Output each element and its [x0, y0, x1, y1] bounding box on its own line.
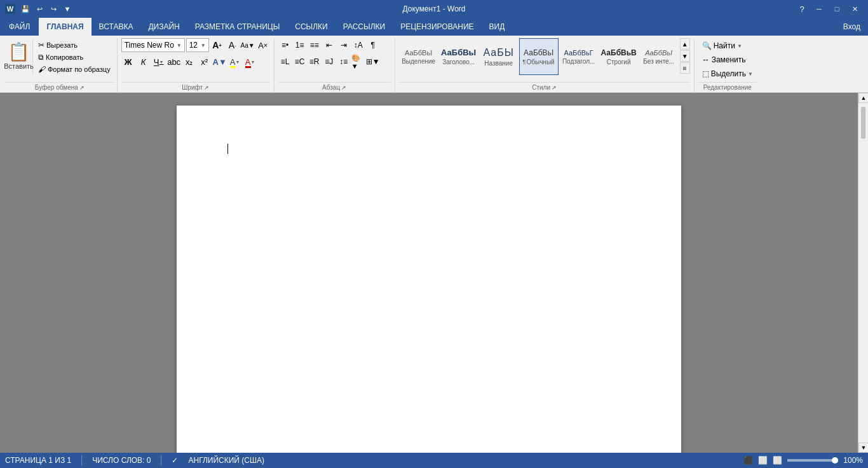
editing-content: 🔍 Найти ▼ ↔ Заменить ⬚ Выделить ▼ [698, 38, 757, 82]
replace-button[interactable]: ↔ Заменить [698, 53, 757, 66]
underline-dropdown-arrow: ▼ [159, 60, 164, 64]
justify-button[interactable]: ≡J [322, 55, 336, 69]
styles-more[interactable]: ≡ [680, 62, 690, 74]
show-marks-button[interactable]: ¶ [366, 38, 380, 52]
scroll-down-button[interactable]: ▼ [858, 443, 868, 453]
help-button[interactable]: ? [794, 1, 810, 17]
paragraph-group: ≡• 1≡ ≡≡ ⇤ ⇥ ↕A ¶ ≡L ≡C ≡R ≡J ↕≡ 🎨▼ ⊞▼ А… [275, 38, 395, 92]
style-item-6[interactable]: АаБбВьI Без инте... [639, 38, 679, 75]
doc-scroll-container [0, 93, 858, 453]
tab-page-layout[interactable]: РАЗМЕТКА СТРАНИЦЫ [187, 18, 288, 36]
clear-format-button[interactable]: A× [256, 38, 270, 52]
style-item-2[interactable]: АаБЫ Название [479, 38, 519, 75]
clipboard-right: ✂ Вырезать ⧉ Копировать 🖌 Формат по обра… [34, 38, 114, 76]
style-label-0: Выделение [402, 58, 435, 65]
zoom-slider[interactable] [787, 459, 838, 462]
increase-font-button[interactable]: A+ [210, 38, 224, 52]
paste-button[interactable]: 📋 Вставить [5, 38, 33, 75]
style-item-3[interactable]: АаБбВьI ¶ Обычный [519, 38, 559, 75]
zoom-thumb[interactable] [832, 457, 838, 464]
borders-button[interactable]: ⊞▼ [366, 55, 380, 69]
style-preview-0: АаБбВьI [405, 49, 432, 57]
minimize-button[interactable]: ─ [811, 3, 827, 15]
copy-icon: ⧉ [38, 53, 44, 62]
undo-quick-btn[interactable]: ↩ [33, 3, 46, 15]
italic-button[interactable]: К [137, 55, 151, 69]
format-painter-icon: 🖌 [38, 65, 46, 74]
find-dropdown-arrow: ▼ [737, 43, 742, 49]
decrease-indent-button[interactable]: ⇤ [322, 38, 336, 52]
font-group: Times New Ro ▼ 12 ▼ A+ A- Aa▼ A× Ж К Ч ▼ [118, 38, 275, 92]
numbering-button[interactable]: 1≡ [293, 38, 307, 52]
styles-expand[interactable]: ↗ [552, 85, 557, 91]
format-painter-button[interactable]: 🖌 Формат по образцу [36, 64, 113, 75]
view-web-icon[interactable]: ⬜ [773, 456, 782, 465]
align-center-button[interactable]: ≡C [293, 55, 307, 69]
tab-home[interactable]: ГЛАВНАЯ [39, 18, 91, 36]
scroll-thumb[interactable] [861, 107, 865, 139]
scroll-track[interactable] [858, 103, 868, 443]
clipboard-content: 📋 Вставить ✂ Вырезать ⧉ Копировать 🖌 Фор… [5, 38, 114, 82]
status-sep-2 [161, 455, 161, 465]
save-quick-btn[interactable]: 💾 [19, 3, 32, 15]
style-item-5[interactable]: АаБбВьВ Строгий [599, 38, 639, 75]
shading-button[interactable]: 🎨▼ [351, 55, 365, 69]
tab-references[interactable]: ССЫЛКИ [287, 18, 335, 36]
increase-indent-button[interactable]: ⇥ [337, 38, 351, 52]
bold-button[interactable]: Ж [121, 55, 135, 69]
font-size-input[interactable]: 12 ▼ [186, 38, 209, 52]
style-label-6: Без инте... [643, 58, 674, 65]
styles-scroll-down[interactable]: ▼ [680, 50, 690, 62]
document-area[interactable] [0, 93, 858, 453]
highlight-button[interactable]: A ▼ [228, 55, 242, 69]
find-button[interactable]: 🔍 Найти ▼ [698, 39, 757, 52]
strikethrough-button[interactable]: abc [167, 55, 181, 69]
subscript-button[interactable]: x₂ [182, 55, 196, 69]
font-color-button[interactable]: A ▼ [243, 55, 257, 69]
styles-scroll-up[interactable]: ▲ [680, 38, 690, 50]
style-item-1[interactable]: АаБбВьI Заголово... [439, 38, 478, 75]
style-item-0[interactable]: АаБбВьI Выделение [399, 38, 438, 75]
superscript-button[interactable]: x² [198, 55, 212, 69]
copy-button[interactable]: ⧉ Копировать [36, 52, 113, 63]
multilevel-button[interactable]: ≡≡ [308, 38, 322, 52]
vertical-scrollbar[interactable]: ▲ ▼ [858, 93, 868, 453]
font-expand[interactable]: ↗ [204, 85, 209, 91]
tab-file[interactable]: ФАЙЛ [0, 18, 39, 36]
select-button[interactable]: ⬚ Выделить ▼ [698, 67, 757, 80]
style-item-4[interactable]: АаБбВьГ Подзагол... [559, 38, 599, 75]
styles-group: АаБбВьI Выделение АаБбВьI Заголово... Аа… [395, 38, 695, 92]
restore-button[interactable]: □ [829, 3, 845, 15]
line-spacing-button[interactable]: ↕≡ [337, 55, 351, 69]
tab-review[interactable]: РЕЦЕНЗИРОВАНИЕ [393, 18, 481, 36]
text-effects-button[interactable]: A▼ [213, 55, 227, 69]
align-left-button[interactable]: ≡L [278, 55, 292, 69]
document-page[interactable] [177, 106, 681, 453]
bullets-button[interactable]: ≡• [278, 38, 292, 52]
paragraph-expand[interactable]: ↗ [341, 85, 346, 91]
view-print-icon[interactable]: ⬛ [743, 456, 753, 465]
sort-button[interactable]: ↕A [351, 38, 365, 52]
login-button[interactable]: Вход [836, 18, 868, 36]
tab-insert[interactable]: ВСТАВКА [92, 18, 141, 36]
tab-mailings[interactable]: РАССЫЛКИ [336, 18, 393, 36]
redo-quick-btn[interactable]: ↪ [47, 3, 60, 15]
status-bar: СТРАНИЦА 1 ИЗ 1 ЧИСЛО СЛОВ: 0 ✓ АНГЛИЙСК… [0, 453, 868, 468]
decrease-font-button[interactable]: A- [226, 38, 240, 52]
cut-button[interactable]: ✂ Вырезать [36, 39, 113, 51]
status-sep-1 [81, 455, 82, 465]
tab-design[interactable]: ДИЗАЙН [140, 18, 187, 36]
change-case-button[interactable]: Aa▼ [241, 38, 255, 52]
underline-button[interactable]: Ч ▼ [152, 55, 166, 69]
font-name-input[interactable]: Times New Ro ▼ [121, 38, 185, 52]
view-fullscreen-icon[interactable]: ⬜ [758, 456, 768, 465]
scroll-up-button[interactable]: ▲ [858, 93, 868, 103]
align-right-button[interactable]: ≡R [308, 55, 322, 69]
tab-view[interactable]: ВИД [482, 18, 513, 36]
customize-quick-btn[interactable]: ▼ [61, 3, 74, 15]
editing-label: Редактирование [698, 82, 757, 92]
paragraph-label: Абзац ↗ [278, 82, 391, 92]
close-button[interactable]: ✕ [846, 3, 863, 15]
clipboard-expand[interactable]: ↗ [79, 85, 85, 91]
main-area: ▲ ▼ [0, 93, 868, 453]
